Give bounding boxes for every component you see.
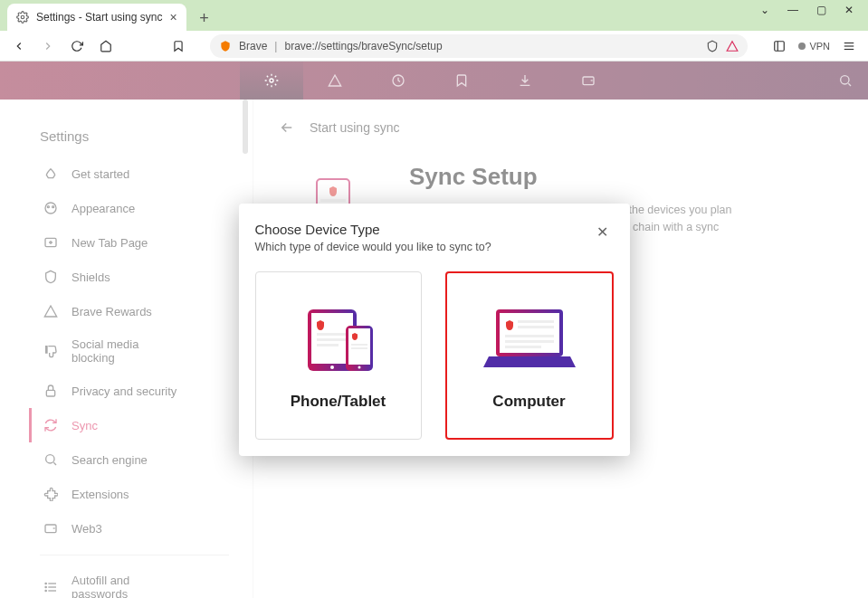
address-bar[interactable]: Brave | brave://settings/braveSync/setup [210, 34, 748, 58]
new-tab-button[interactable]: + [192, 5, 217, 31]
svg-rect-35 [348, 328, 370, 365]
sidebar-toggle-icon[interactable] [769, 36, 789, 56]
close-icon[interactable]: × [169, 10, 176, 24]
device-label-computer: Computer [492, 393, 565, 411]
chevron-down-icon[interactable]: ⌄ [760, 4, 769, 16]
title-bar: Settings - Start using sync × + ⌄ — ▢ ✕ [0, 0, 868, 31]
modal-subtitle: Which type of device would you like to s… [255, 241, 491, 253]
vpn-button[interactable]: VPN [798, 41, 830, 52]
computer-illustration [480, 300, 579, 380]
home-button[interactable] [96, 36, 116, 56]
brave-triangle-icon[interactable] [726, 40, 739, 52]
device-label-phone: Phone/Tablet [291, 393, 386, 411]
svg-rect-42 [518, 326, 554, 328]
close-icon[interactable]: ✕ [591, 222, 614, 242]
bookmark-button[interactable] [168, 36, 188, 56]
reload-button[interactable] [67, 36, 87, 56]
minimize-icon[interactable]: — [787, 4, 798, 16]
maximize-icon[interactable]: ▢ [816, 4, 826, 16]
svg-rect-37 [351, 347, 367, 349]
device-option-computer[interactable]: Computer [445, 271, 614, 440]
svg-point-38 [358, 366, 360, 369]
close-window-icon[interactable]: ✕ [844, 4, 854, 16]
modal-overlay: Choose Device Type Which type of device … [0, 62, 868, 598]
brave-shield-icon[interactable] [706, 40, 719, 52]
device-option-phone[interactable]: Phone/Tablet [255, 271, 422, 440]
url-separator: | [274, 40, 277, 52]
svg-rect-31 [317, 338, 348, 341]
svg-point-0 [21, 15, 24, 19]
browser-tab[interactable]: Settings - Start using sync × [7, 4, 186, 31]
svg-rect-1 [775, 41, 785, 51]
hamburger-menu-icon[interactable] [839, 36, 859, 56]
svg-rect-36 [351, 344, 367, 346]
shield-icon [219, 40, 232, 52]
url-path: brave://settings/braveSync/setup [284, 40, 442, 52]
modal-title: Choose Device Type [255, 222, 491, 237]
url-host: Brave [239, 40, 267, 52]
tab-title: Settings - Start using sync [36, 11, 162, 24]
svg-rect-44 [505, 340, 554, 343]
svg-rect-45 [505, 346, 541, 348]
svg-rect-30 [317, 333, 348, 336]
toolbar: Brave | brave://settings/braveSync/setup… [0, 31, 868, 62]
phone-tablet-illustration [289, 300, 388, 380]
back-button[interactable] [9, 36, 29, 56]
choose-device-modal: Choose Device Type Which type of device … [239, 204, 630, 456]
svg-point-33 [330, 365, 334, 369]
svg-rect-43 [505, 335, 554, 337]
svg-rect-32 [317, 344, 339, 346]
window-controls: ⌄ — ▢ ✕ [760, 0, 861, 31]
gear-icon [16, 11, 29, 24]
svg-rect-41 [518, 320, 554, 323]
forward-button[interactable] [38, 36, 58, 56]
